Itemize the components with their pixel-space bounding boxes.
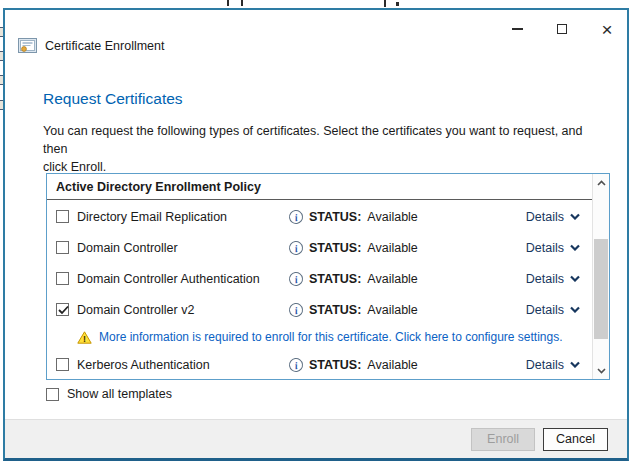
list-scrollbar[interactable] [592, 174, 609, 379]
status-label: STATUS: [309, 358, 361, 372]
scrollbar-thumb[interactable] [594, 239, 608, 339]
scrollbar-down-icon[interactable] [593, 362, 609, 379]
status-label: STATUS: [309, 210, 361, 224]
info-icon-glyph: i [294, 273, 298, 284]
certificate-name: Kerberos Authentication [77, 358, 289, 372]
details-label: Details [526, 358, 564, 372]
background-text-fragment [227, 0, 229, 6]
close-icon: × [601, 20, 612, 39]
page-title: Request Certificates [43, 90, 183, 108]
background-text-fragment [241, 0, 243, 6]
cancel-button[interactable]: Cancel [543, 428, 608, 451]
status-label: STATUS: [309, 272, 361, 286]
status-cell: i STATUS: Available [289, 241, 418, 255]
background-text-fragment [396, 2, 399, 6]
certificate-name: Directory Email Replication [77, 210, 289, 224]
info-icon: i [288, 357, 304, 373]
show-all-templates-label: Show all templates [67, 387, 172, 401]
info-icon-glyph: i [294, 304, 298, 315]
scrollbar-up-icon[interactable] [593, 174, 609, 191]
maximize-icon [557, 24, 567, 34]
minimize-button[interactable] [505, 18, 529, 40]
info-icon: i [288, 209, 304, 225]
certificate-enrollment-dialog: × Certificate Enrollment Request Certifi… [3, 8, 629, 461]
certificate-row[interactable]: Domain Controller v2 i STATUS: Available… [47, 294, 592, 325]
certificate-name: Domain Controller Authentication [77, 272, 289, 286]
certificate-row[interactable]: Directory Email Replication i STATUS: Av… [47, 201, 592, 232]
window-title: Certificate Enrollment [45, 39, 165, 53]
chevron-down-icon [570, 361, 580, 368]
template-checkbox[interactable] [56, 303, 69, 316]
details-link[interactable]: Details [526, 272, 580, 286]
info-icon: i [288, 302, 304, 318]
status-value: Available [367, 303, 418, 317]
status-label: STATUS: [309, 303, 361, 317]
details-label: Details [526, 241, 564, 255]
details-link[interactable]: Details [526, 210, 580, 224]
details-label: Details [526, 210, 564, 224]
status-label: STATUS: [309, 241, 361, 255]
window-title-area: Certificate Enrollment [18, 38, 165, 53]
status-value: Available [367, 210, 418, 224]
certificate-row[interactable]: Domain Controller Authentication i STATU… [47, 263, 592, 294]
warning-icon: ! [77, 331, 92, 344]
show-all-templates-checkbox[interactable] [46, 388, 59, 401]
template-checkbox[interactable] [56, 272, 69, 285]
minimize-icon [512, 28, 523, 30]
dialog-footer: Enroll Cancel [5, 419, 627, 458]
details-link[interactable]: Details [526, 241, 580, 255]
details-label: Details [526, 303, 564, 317]
chevron-down-icon [570, 244, 580, 251]
status-cell: i STATUS: Available [289, 272, 418, 286]
template-checkbox[interactable] [56, 358, 69, 371]
status-value: Available [367, 241, 418, 255]
certificate-name: Domain Controller [77, 241, 289, 255]
status-cell: i STATUS: Available [289, 210, 418, 224]
certificate-icon [18, 38, 37, 53]
svg-text:!: ! [83, 334, 86, 344]
details-label: Details [526, 272, 564, 286]
template-checkbox[interactable] [56, 241, 69, 254]
details-link[interactable]: Details [526, 358, 580, 372]
info-icon-glyph: i [294, 359, 298, 370]
certificate-list-rows: Directory Email Replication i STATUS: Av… [47, 201, 592, 379]
details-link[interactable]: Details [526, 303, 580, 317]
warning-link[interactable]: More information is required to enroll f… [99, 330, 563, 344]
close-button[interactable]: × [595, 18, 619, 40]
maximize-button[interactable] [550, 18, 574, 40]
status-cell: i STATUS: Available [289, 358, 418, 372]
window-controls: × [505, 18, 619, 40]
certificate-row[interactable]: Kerberos Authentication i STATUS: Availa… [47, 349, 592, 379]
page-description: You can request the following types of c… [43, 122, 599, 176]
info-icon-glyph: i [294, 211, 298, 222]
info-icon: i [288, 271, 304, 287]
certificate-template-list: Active Directory Enrollment Policy Direc… [46, 173, 610, 380]
chevron-down-icon [570, 275, 580, 282]
template-checkbox[interactable] [56, 210, 69, 223]
chevron-down-icon [570, 306, 580, 313]
status-value: Available [367, 272, 418, 286]
background-text-fragment [384, 0, 386, 7]
info-icon: i [288, 240, 304, 256]
warning-row: ! More information is required to enroll… [47, 325, 592, 349]
info-icon-glyph: i [294, 242, 298, 253]
enrollment-policy-header: Active Directory Enrollment Policy [47, 174, 592, 200]
status-value: Available [367, 358, 418, 372]
certificate-name: Domain Controller v2 [77, 303, 289, 317]
enroll-button[interactable]: Enroll [471, 428, 535, 451]
status-cell: i STATUS: Available [289, 303, 418, 317]
show-all-templates-row: Show all templates [46, 387, 172, 401]
certificate-row[interactable]: Domain Controller i STATUS: Available De… [47, 232, 592, 263]
chevron-down-icon [570, 213, 580, 220]
